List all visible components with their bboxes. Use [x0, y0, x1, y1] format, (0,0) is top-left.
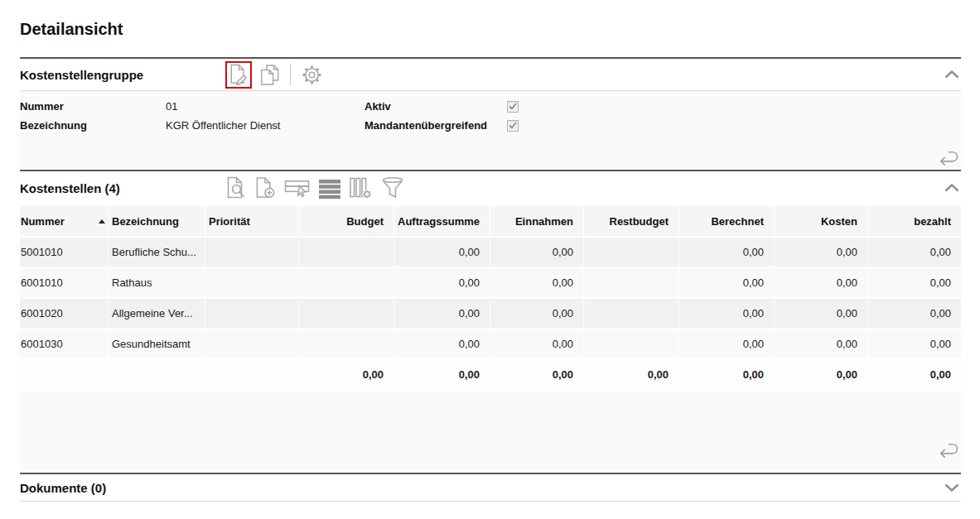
column-header-berechnet[interactable]: Berechnet	[679, 206, 775, 238]
totals-empty	[205, 360, 299, 391]
cell-bezahlt: 0,00	[868, 238, 961, 268]
cell-bezeichnung: Allgemeine Ver...	[109, 299, 205, 329]
cell-auftragssumme: 0,00	[394, 268, 490, 299]
costcentergroup-undo-button[interactable]	[936, 148, 960, 167]
total-restbudget: 0,00	[584, 360, 679, 391]
costcenters-section-header: Kostenstellen (4)	[20, 171, 961, 204]
costcentergroup-collapse-button[interactable]	[943, 67, 961, 82]
column-header-bezahlt[interactable]: bezahlt	[868, 206, 961, 238]
mandant-checkbox[interactable]	[507, 120, 519, 132]
add-record-button[interactable]	[254, 176, 277, 199]
cell-restbudget	[584, 238, 679, 268]
cell-prioritaet	[205, 238, 299, 268]
totals-row: 0,00 0,00 0,00 0,00 0,00 0,00 0,00	[20, 360, 961, 391]
column-header-nummer[interactable]: Nummer	[20, 206, 109, 238]
table-row[interactable]: 5001010 Berufliche Schu... 0,00 0,00 0,0…	[20, 238, 961, 268]
cell-kosten: 0,00	[775, 299, 868, 329]
return-arrow-icon	[936, 440, 960, 459]
cell-berechnet: 0,00	[679, 329, 775, 360]
table-header-row: Nummer Bezeichnung Priorität Budget Auft…	[20, 206, 961, 238]
nummer-field-value: 01	[166, 100, 364, 113]
column-header-kosten[interactable]: Kosten	[775, 206, 868, 238]
rows-view-button[interactable]	[318, 177, 341, 199]
column-header-einnahmen[interactable]: Einnahmen	[490, 206, 584, 238]
totals-empty	[109, 360, 205, 391]
bezeichnung-field-value: KGR Öffentlicher Dienst	[166, 119, 364, 132]
costcenters-footer-area	[20, 391, 961, 473]
cell-restbudget	[584, 299, 679, 329]
costcenters-collapse-button[interactable]	[943, 180, 961, 195]
total-kosten: 0,00	[775, 360, 868, 391]
column-header-bezeichnung[interactable]: Bezeichnung	[109, 206, 205, 238]
costcentergroup-form: Nummer 01 Aktiv Bezeichnung KGR Öffentli…	[20, 90, 961, 170]
cell-einnahmen: 0,00	[490, 268, 584, 299]
cell-nummer: 6001020	[20, 299, 109, 329]
table-row[interactable]: 6001030 Gesundheitsamt 0,00 0,00 0,00 0,…	[20, 329, 961, 360]
copy-record-button[interactable]	[259, 64, 280, 86]
cell-bezeichnung: Gesundheitsamt	[109, 329, 205, 360]
bezeichnung-field-label: Bezeichnung	[20, 119, 166, 132]
cell-auftragssumme: 0,00	[394, 329, 490, 360]
costcenters-section-title: Kostenstellen (4)	[20, 181, 120, 195]
detail-view-page: Detailansicht Kostenstellengruppe	[0, 0, 980, 502]
cell-einnahmen: 0,00	[490, 299, 584, 329]
add-record-icon	[254, 176, 277, 199]
settings-button[interactable]	[301, 64, 323, 86]
preview-record-button[interactable]	[225, 176, 247, 199]
cell-auftragssumme: 0,00	[394, 238, 490, 268]
chevron-down-icon	[944, 483, 959, 492]
column-settings-icon	[349, 176, 373, 199]
column-header-label: Nummer	[21, 215, 65, 228]
page-title: Detailansicht	[20, 0, 961, 40]
edit-document-icon	[229, 64, 249, 86]
table-row[interactable]: 6001010 Rathaus 0,00 0,00 0,00 0,00 0,00	[20, 268, 961, 299]
cell-restbudget	[584, 329, 679, 360]
cell-budget	[299, 329, 394, 360]
cell-berechnet: 0,00	[679, 299, 775, 329]
sort-ascending-icon	[99, 219, 105, 223]
total-berechnet: 0,00	[679, 360, 775, 391]
total-einnahmen: 0,00	[490, 360, 584, 391]
cell-kosten: 0,00	[775, 268, 868, 299]
aktiv-checkbox[interactable]	[507, 101, 519, 113]
column-header-restbudget[interactable]: Restbudget	[584, 206, 679, 238]
costcentergroup-section-title: Kostenstellengruppe	[20, 68, 143, 82]
cell-restbudget	[584, 268, 679, 299]
check-icon	[509, 103, 517, 110]
cell-budget	[299, 299, 394, 329]
chevron-up-icon	[944, 184, 959, 192]
costcenters-undo-button[interactable]	[936, 440, 960, 459]
select-row-button[interactable]	[284, 177, 311, 199]
cell-prioritaet	[205, 299, 299, 329]
filter-button[interactable]	[380, 176, 405, 199]
cell-einnahmen: 0,00	[490, 238, 584, 268]
cell-berechnet: 0,00	[679, 268, 775, 299]
aktiv-field-label: Aktiv	[364, 100, 507, 113]
return-arrow-icon	[936, 148, 960, 167]
column-settings-button[interactable]	[349, 176, 373, 199]
select-row-icon	[284, 177, 311, 199]
column-header-auftragssumme[interactable]: Auftragssumme	[394, 206, 490, 238]
costcentergroup-section-header: Kostenstellengruppe	[20, 59, 961, 90]
check-icon	[509, 122, 517, 129]
cell-prioritaet	[205, 329, 299, 360]
cell-kosten: 0,00	[775, 329, 868, 360]
column-header-prioritaet[interactable]: Priorität	[205, 206, 299, 238]
cell-bezeichnung: Berufliche Schu...	[109, 238, 205, 268]
costcenters-toolbar	[225, 171, 405, 204]
costcenters-table-container: Nummer Bezeichnung Priorität Budget Auft…	[20, 206, 961, 473]
cell-auftragssumme: 0,00	[394, 299, 490, 329]
cell-nummer: 5001010	[20, 238, 109, 268]
chevron-up-icon	[944, 70, 959, 79]
documents-expand-button[interactable]	[943, 480, 961, 495]
edit-record-button[interactable]	[225, 61, 252, 89]
toolbar-separator	[290, 64, 291, 85]
cell-nummer: 6001030	[20, 329, 109, 360]
funnel-icon	[380, 176, 405, 199]
cell-nummer: 6001010	[20, 268, 109, 299]
mandant-field-label: Mandantenübergreifend	[364, 119, 507, 132]
total-budget: 0,00	[299, 360, 394, 391]
table-row[interactable]: 6001020 Allgemeine Ver... 0,00 0,00 0,00…	[20, 299, 961, 329]
column-header-budget[interactable]: Budget	[299, 206, 394, 238]
costcenters-table: Nummer Bezeichnung Priorität Budget Auft…	[20, 206, 961, 391]
